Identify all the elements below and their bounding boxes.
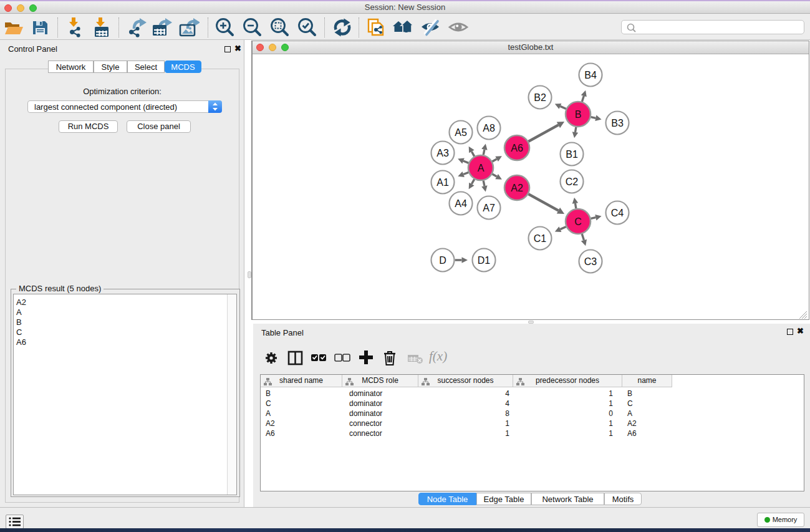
svg-text:C2: C2 <box>566 177 579 187</box>
svg-text:B3: B3 <box>611 118 624 128</box>
svg-text:A3: A3 <box>436 148 449 158</box>
svg-text:B4: B4 <box>584 70 597 80</box>
svg-text:A5: A5 <box>455 127 467 138</box>
svg-text:A: A <box>478 163 485 173</box>
svg-text:B1: B1 <box>566 149 578 160</box>
svg-text:A1: A1 <box>436 177 449 188</box>
svg-text:A4: A4 <box>455 198 467 209</box>
svg-text:A6: A6 <box>511 143 523 153</box>
svg-text:C: C <box>574 216 582 227</box>
svg-text:D: D <box>439 255 446 266</box>
svg-text:C4: C4 <box>611 208 624 218</box>
svg-text:C3: C3 <box>584 256 597 267</box>
svg-text:B2: B2 <box>534 92 546 103</box>
svg-text:D1: D1 <box>478 255 491 266</box>
svg-text:A7: A7 <box>483 203 495 213</box>
svg-text:A2: A2 <box>511 183 523 193</box>
svg-text:C1: C1 <box>534 233 547 244</box>
svg-text:A8: A8 <box>483 123 495 133</box>
svg-text:B: B <box>575 109 582 120</box>
